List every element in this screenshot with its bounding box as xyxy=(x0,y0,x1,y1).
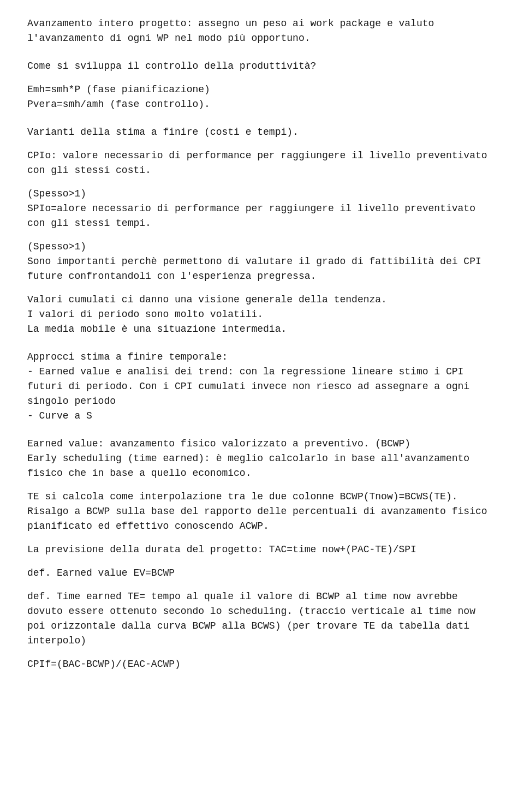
paragraph-9-line2: - Earned value e analisi dei trend: con … xyxy=(27,366,469,407)
paragraph-9-line1: Approcci stima a finire temporale: xyxy=(27,351,228,362)
paragraph-12-text: La previsione della durata del progetto:… xyxy=(27,544,416,555)
paragraph-3-line1: Emh=smh*P (fase pianificazione) xyxy=(27,84,210,95)
paragraph-14: def. Time earned TE= tempo al quale il v… xyxy=(27,589,497,648)
paragraph-8-line1: Valori cumulati ci danno una visione gen… xyxy=(27,294,387,305)
paragraph-3: Emh=smh*P (fase pianificazione) Pvera=sm… xyxy=(27,82,497,112)
paragraph-13-text: def. Earned value EV=BCWP xyxy=(27,568,175,578)
paragraph-7: (Spesso>1) Sono importanti perchè permet… xyxy=(27,240,497,284)
paragraph-15: CPIf=(BAC-BCWP)/(EAC-ACWP) xyxy=(27,657,497,672)
paragraph-7-line1: (Spesso>1) xyxy=(27,241,86,252)
paragraph-5: CPIo: valore necessario di performance p… xyxy=(27,148,497,178)
paragraph-9-line3: - Curve a S xyxy=(27,410,92,421)
paragraph-11: TE si calcola come interpolazione tra le… xyxy=(27,489,497,534)
paragraph-4-text: Varianti della stima a finire (costi e t… xyxy=(27,127,299,138)
paragraph-6: (Spesso>1) SPIo=alore necessario di perf… xyxy=(27,187,497,231)
paragraph-2: Come si sviluppa il controllo della prod… xyxy=(27,59,497,74)
paragraph-10-line1: Earned value: avanzamento fisico valoriz… xyxy=(27,438,410,449)
paragraph-5-text: CPIo: valore necessario di performance p… xyxy=(27,150,487,176)
paragraph-7-line2: Sono importanti perchè permettono di val… xyxy=(27,256,481,282)
paragraph-8: Valori cumulati ci danno una visione gen… xyxy=(27,292,497,337)
paragraph-10-line2: Early scheduling (time earned): è meglio… xyxy=(27,453,469,479)
paragraph-8-line2: I valori di periodo sono molto volatili. xyxy=(27,309,263,320)
paragraph-1-text: Avanzamento intero progetto: assegno un … xyxy=(27,18,434,44)
paragraph-6-line2: SPIo=alore necessario di performance per… xyxy=(27,203,475,229)
paragraph-15-text: CPIf=(BAC-BCWP)/(EAC-ACWP) xyxy=(27,659,181,670)
paragraph-6-line1: (Spesso>1) xyxy=(27,188,86,199)
paragraph-4: Varianti della stima a finire (costi e t… xyxy=(27,125,497,140)
main-content: Avanzamento intero progetto: assegno un … xyxy=(27,16,497,672)
paragraph-9: Approcci stima a finire temporale: - Ear… xyxy=(27,350,497,423)
paragraph-11-text: TE si calcola come interpolazione tra le… xyxy=(27,491,487,532)
paragraph-2-text: Come si sviluppa il controllo della prod… xyxy=(27,61,316,71)
paragraph-1: Avanzamento intero progetto: assegno un … xyxy=(27,16,497,46)
paragraph-10: Earned value: avanzamento fisico valoriz… xyxy=(27,437,497,481)
paragraph-13: def. Earned value EV=BCWP xyxy=(27,566,497,581)
paragraph-8-line3: La media mobile è una situazione interme… xyxy=(27,324,287,335)
paragraph-14-text: def. Time earned TE= tempo al quale il v… xyxy=(27,591,475,646)
paragraph-3-line2: Pvera=smh/amh (fase controllo). xyxy=(27,99,210,110)
paragraph-12: La previsione della durata del progetto:… xyxy=(27,542,497,557)
